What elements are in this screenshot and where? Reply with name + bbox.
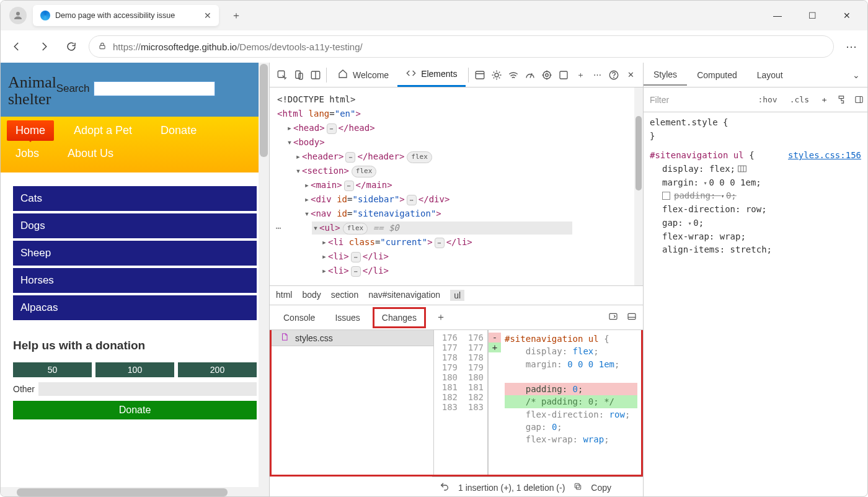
page-horizontal-scrollbar[interactable]: [1, 487, 259, 497]
styles-pane[interactable]: element.style { } #sitenavigation ul {st…: [644, 112, 867, 267]
changes-file[interactable]: styles.css: [272, 330, 433, 346]
page-vertical-scrollbar[interactable]: [259, 63, 269, 497]
tab-issues[interactable]: Issues: [327, 309, 367, 326]
network-icon[interactable]: [505, 65, 521, 85]
donate-button[interactable]: Donate: [13, 401, 257, 419]
tab-console[interactable]: Console: [276, 309, 322, 326]
copy-icon[interactable]: [574, 482, 582, 493]
category-link[interactable]: Alpacas: [13, 295, 257, 320]
breadcrumb-item[interactable]: ul: [450, 290, 464, 301]
tab-styles[interactable]: Styles: [644, 65, 687, 86]
category-link[interactable]: Cats: [13, 186, 257, 211]
browser-tab[interactable]: Demo page with accessibility issue ✕: [33, 5, 219, 26]
svg-rect-23: [577, 485, 581, 490]
donation-amount[interactable]: 200: [178, 362, 257, 377]
more-tools-icon[interactable]: [556, 65, 572, 85]
tab-elements[interactable]: Elements: [397, 63, 466, 87]
application-icon[interactable]: [471, 65, 488, 85]
settings-menu-button[interactable]: ⋯: [841, 37, 861, 56]
category-link[interactable]: Dogs: [13, 213, 257, 238]
sources-icon[interactable]: [488, 65, 505, 85]
breadcrumb-item[interactable]: section: [331, 290, 358, 301]
expand-drawer-icon[interactable]: [608, 311, 618, 323]
revert-icon[interactable]: [440, 481, 450, 493]
search-label: Search: [56, 83, 90, 95]
nav-about[interactable]: About Us: [59, 143, 122, 164]
refresh-button[interactable]: [61, 37, 81, 56]
svg-point-19: [614, 77, 614, 78]
other-amount-input[interactable]: [38, 382, 257, 396]
memory-icon[interactable]: [539, 65, 556, 85]
svg-rect-20: [609, 313, 617, 319]
help-icon[interactable]: [606, 65, 622, 85]
breadcrumb-item[interactable]: body: [302, 290, 321, 301]
donation-amount[interactable]: 50: [13, 362, 92, 377]
minimize-button[interactable]: ―: [768, 6, 787, 25]
svg-rect-25: [855, 97, 862, 103]
close-devtools-icon[interactable]: ✕: [622, 65, 639, 85]
expand-styles-icon[interactable]: ⌄: [845, 70, 867, 80]
svg-rect-1: [100, 45, 105, 48]
styles-filter-input[interactable]: Filter: [644, 95, 751, 105]
tab-title: Demo page with accessibility issue: [55, 11, 199, 20]
css-file-icon: [280, 333, 289, 343]
property-checkbox[interactable]: [662, 192, 670, 200]
url-text: https://microsoftedge.github.io/Demos/de…: [113, 42, 363, 52]
address-bar[interactable]: https://microsoftedge.github.io/Demos/de…: [89, 35, 834, 58]
new-style-rule-icon[interactable]: ＋: [815, 94, 833, 105]
lock-icon: [98, 42, 107, 52]
dom-breadcrumb[interactable]: html body section nav#sitenavigation ul: [270, 285, 643, 305]
search-input[interactable]: [94, 81, 215, 96]
primary-nav: Home Adopt a Pet Donate Jobs About Us: [1, 117, 269, 172]
donation-amount[interactable]: 100: [95, 362, 174, 377]
svg-point-11: [543, 71, 551, 79]
forward-button[interactable]: [34, 37, 54, 56]
tab-computed[interactable]: Computed: [687, 65, 747, 85]
breadcrumb-item[interactable]: html: [276, 290, 292, 301]
more-options-icon[interactable]: ⋯: [589, 65, 606, 85]
page-viewport: Animalshelter Search Home Adopt a Pet Do…: [1, 63, 269, 497]
tab-welcome[interactable]: Welcome: [329, 63, 397, 87]
flex-badge-icon[interactable]: [735, 164, 746, 174]
changes-status-bar: 1 insertion (+), 1 deletion (-) Copy: [432, 477, 643, 497]
edge-favicon: [40, 11, 50, 20]
new-tab-button[interactable]: ＋: [226, 6, 246, 25]
brand-logo[interactable]: Animalshelter: [8, 74, 56, 108]
paint-icon[interactable]: [833, 95, 850, 104]
svg-rect-7: [476, 71, 484, 79]
back-button[interactable]: [7, 37, 27, 56]
dock-drawer-icon[interactable]: [627, 311, 637, 323]
copy-button[interactable]: Copy: [591, 483, 611, 493]
svg-rect-21: [628, 313, 636, 319]
svg-rect-24: [575, 483, 580, 488]
dom-tree[interactable]: <!DOCTYPE html> <html lang="en"> ▸<head>…: [270, 87, 643, 285]
category-link[interactable]: Horses: [13, 268, 257, 293]
nav-jobs[interactable]: Jobs: [7, 143, 48, 164]
hov-toggle[interactable]: :hov: [754, 94, 781, 105]
tab-layout[interactable]: Layout: [747, 65, 793, 85]
breadcrumb-item[interactable]: nav#sitenavigation: [368, 290, 440, 301]
close-tab-icon[interactable]: ✕: [204, 11, 211, 20]
tab-changes[interactable]: Changes: [373, 307, 426, 328]
source-link[interactable]: styles.css:156: [788, 149, 861, 163]
page-header: Animalshelter Search: [1, 63, 269, 117]
device-emulation-icon[interactable]: [290, 65, 307, 85]
inspect-element-icon[interactable]: [273, 65, 290, 85]
diff-view[interactable]: 176 177 178 179 180 181 182 183 176: [434, 330, 641, 475]
toggle-sidebar-icon[interactable]: [850, 95, 867, 104]
add-drawer-tab-button[interactable]: ＋: [436, 311, 446, 324]
close-window-button[interactable]: ✕: [838, 6, 856, 25]
nav-home[interactable]: Home: [7, 120, 54, 141]
performance-icon[interactable]: [522, 65, 539, 85]
nav-donate[interactable]: Donate: [152, 120, 205, 141]
dock-side-icon[interactable]: [307, 65, 324, 85]
donation-heading: Help us with a donation: [13, 339, 257, 352]
nav-adopt[interactable]: Adopt a Pet: [65, 120, 141, 141]
add-tab-icon[interactable]: ＋: [572, 65, 589, 85]
cls-toggle[interactable]: .cls: [786, 94, 813, 105]
category-link[interactable]: Sheep: [13, 241, 257, 266]
profile-avatar[interactable]: [9, 7, 27, 24]
dom-scrollbar[interactable]: [634, 87, 643, 285]
code-icon: [406, 68, 416, 80]
maximize-button[interactable]: ☐: [803, 6, 822, 25]
